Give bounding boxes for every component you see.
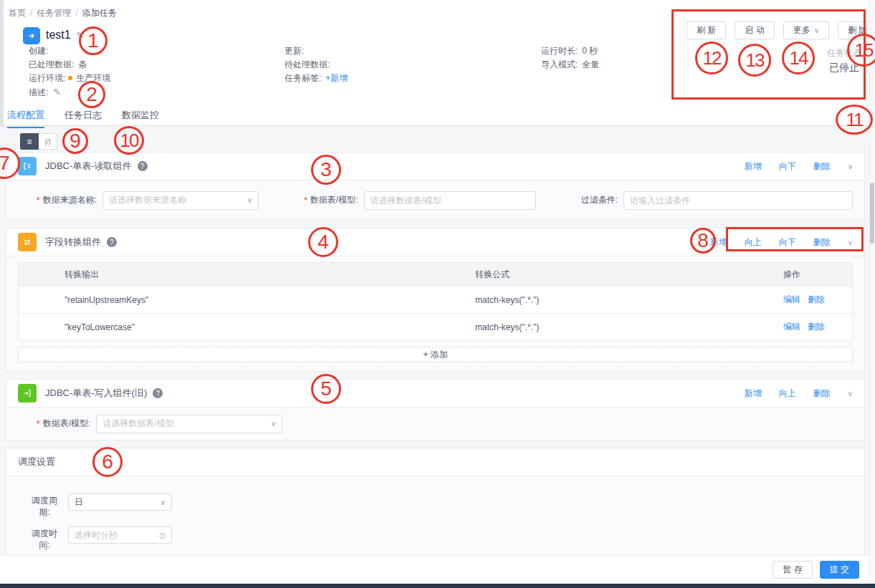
breadcrumb-separator: / [30,8,32,18]
component-list: JDBC-单表-读取组件 ? 新增 向下 删除 ∨ * 数据来源名称: 请选择数… [6,152,865,570]
chevron-down-icon: ∨ [271,420,276,428]
transform-delete-link[interactable]: 删除 [813,236,831,249]
tab-data-monitor[interactable]: 数据监控 [122,109,159,128]
add-transform-row-button[interactable]: + 添加 [18,347,853,362]
created-label: 创建: [29,46,48,56]
submit-button[interactable]: 提 交 [820,561,859,579]
col-output-header: 转换输出 [19,269,475,281]
collapse-chevron-icon[interactable]: ∨ [848,238,853,246]
read-add-link[interactable]: 新增 [745,160,762,173]
card-schedule-header: 调度设置 [6,448,864,476]
tab-flow-config[interactable]: 流程配置 [7,109,44,128]
runtime-label: 运行时长: [541,46,578,56]
import-mode-label: 导入模式: [541,59,578,69]
row-output: "retainUpstreamKeys" [19,295,475,305]
card-jdbc-read-header: JDBC-单表-读取组件 ? 新增 向下 删除 ∨ [6,153,864,180]
breadcrumb: 首页/任务管理/添加任务 [9,7,117,19]
write-delete-link[interactable]: 删除 [813,387,831,400]
card-schedule-body: 调度周期: 日 ∨ 调度时间: 选择时分秒 ◷ [6,476,864,562]
filter-input[interactable] [623,191,853,210]
write-table-label: 数据表/模型: [43,418,91,430]
task-icon [23,27,40,44]
more-button[interactable]: 更多∨ [783,21,829,39]
card-field-transform-header: 字段转换组件 ? 新增 向上 向下 删除 ∨ [6,228,864,256]
read-table-input[interactable] [364,191,536,210]
transform-move-down-link[interactable]: 向下 [779,236,796,249]
json-view-toggle[interactable]: {/} [39,133,57,150]
view-toggle-group: ≡ {/} [20,133,57,150]
updated-label: 更新: [285,46,304,56]
breadcrumb-separator: / [75,8,77,18]
list-view-toggle[interactable]: ≡ [20,133,39,150]
read-component-title: JDBC-单表-读取组件 [45,160,132,173]
refresh-button[interactable]: 刷 新 [687,21,726,39]
help-icon[interactable]: ? [153,388,163,398]
collapse-chevron-icon[interactable]: ∨ [848,163,853,170]
transform-move-up-link[interactable]: 向上 [745,236,762,249]
row-delete-link[interactable]: 删除 [808,294,825,306]
help-icon[interactable]: ? [107,237,117,247]
write-move-up-link[interactable]: 向上 [779,387,796,400]
help-icon[interactable]: ? [138,161,148,171]
table-row: "keyToLowercase" match-keys(".*.") 编辑 删除 [19,313,852,340]
chevron-down-icon: ∨ [161,498,166,506]
annotation-circle-12: 12 [695,42,728,74]
cycle-select[interactable]: 日 ∨ [68,493,172,511]
scrollbar-thumb[interactable] [870,183,874,244]
save-draft-button[interactable]: 暂 存 [773,561,812,579]
read-table-label: 数据表/模型: [310,194,358,206]
card-schedule: 调度设置 调度周期: 日 ∨ 调度时间: 选择时分秒 ◷ [6,448,865,563]
schedule-title: 调度设置 [18,456,55,468]
transform-add-link[interactable]: 新增 [710,236,727,249]
header-actions: 刷 新 启 动 更多∨ 删 除 [687,21,875,39]
breadcrumb-item-task-management[interactable]: 任务管理 [37,8,71,18]
col-formula-header: 转换公式 [475,269,783,281]
time-picker[interactable]: 选择时分秒 ◷ [68,526,172,544]
row-formula: match-keys(".*.") [475,322,783,332]
read-delete-link[interactable]: 删除 [813,160,831,173]
row-edit-link[interactable]: 编辑 [783,294,800,306]
write-add-link[interactable]: 新增 [745,387,762,400]
card-jdbc-read: JDBC-单表-读取组件 ? 新增 向下 删除 ∨ * 数据来源名称: 请选择数… [6,152,865,221]
required-mark: * [37,419,40,429]
collapse-chevron-icon[interactable]: ∨ [848,390,853,397]
row-delete-link[interactable]: 删除 [808,321,825,333]
card-jdbc-write-header: JDBC-单表-写入组件(旧) ? 新增 向上 删除 ∨ [6,380,864,408]
tag-label: 任务标签: [285,73,321,83]
env-value: 生产环境 [76,73,110,83]
header-column-left: 创建: 已处理数据:条 运行环境:生产环境 描述: ✎ [29,44,110,99]
desc-label: 描述: [29,87,48,97]
hamburger-icon: ≡ [27,137,32,147]
card-field-transform: 字段转换组件 ? 新增 向上 向下 删除 ∨ 转换输出 转换公式 操作 [6,228,865,372]
edit-desc-icon[interactable]: ✎ [53,87,61,97]
read-move-down-link[interactable]: 向下 [779,160,796,173]
processed-value: 条 [78,59,87,69]
filter-label: 过滤条件: [581,194,618,206]
bottom-dark-bar [0,584,875,588]
transform-component-icon [18,233,37,251]
write-component-actions: 新增 向上 删除 ∨ [745,387,853,400]
breadcrumb-item-home[interactable]: 首页 [9,8,26,18]
tab-task-log[interactable]: 任务日志 [64,109,102,128]
row-output: "keyToLowercase" [19,322,475,332]
datasource-label: 数据来源名称: [43,194,97,206]
scrollbar-track[interactable] [869,0,875,584]
write-component-icon [18,384,37,403]
tab-bar: 流程配置 任务日志 数据监控 [7,109,159,128]
row-edit-link[interactable]: 编辑 [783,321,800,333]
card-jdbc-write: JDBC-单表-写入组件(旧) ? 新增 向上 删除 ∨ * 数据表/模型: 请… [6,379,865,440]
row-formula: match-keys(".*.") [475,295,783,305]
start-button[interactable]: 启 动 [735,21,774,39]
datasource-select[interactable]: 请选择数据来源名称 ∨ [102,191,259,210]
write-table-select[interactable]: 请选择数据表/模型 ∨ [96,415,282,433]
required-mark: * [37,196,40,206]
processed-label: 已处理数据: [29,59,74,69]
env-status-dot-icon [68,76,72,80]
read-component-actions: 新增 向下 删除 ∨ [745,160,853,173]
edit-title-icon[interactable]: ✎ [76,30,84,41]
annotation-circle-14: 14 [782,42,815,74]
header-column-middle: 更新: 待处理数据: 任务标签:+新增 [285,44,348,85]
required-mark: * [304,196,307,206]
tag-add-link[interactable]: +新增 [325,73,348,83]
task-status: 任务状态 已停止 [823,47,866,74]
